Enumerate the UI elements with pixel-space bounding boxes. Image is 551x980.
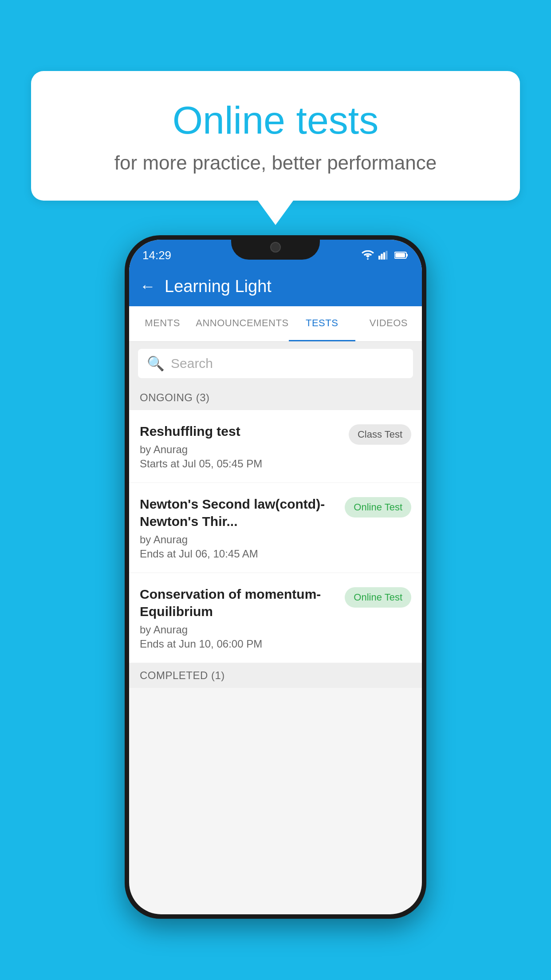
test-name-2: Newton's Second law(contd)-Newton's Thir… (140, 495, 338, 530)
tabs-container: MENTS ANNOUNCEMENTS TESTS VIDEOS (129, 306, 422, 342)
svg-rect-6 (395, 253, 405, 257)
test-info-2: Newton's Second law(contd)-Newton's Thir… (140, 495, 338, 560)
back-button[interactable]: ← (140, 277, 156, 296)
front-camera (270, 242, 281, 253)
phone-frame: 14:29 (125, 235, 426, 919)
test-badge-2: Online Test (345, 497, 411, 518)
test-info-3: Conservation of momentum-Equilibrium by … (140, 585, 338, 650)
completed-section-header: COMPLETED (1) (129, 663, 422, 688)
test-by-2: by Anurag (140, 533, 338, 546)
search-container: 🔍 Search (129, 342, 422, 385)
test-list: Reshuffling test by Anurag Starts at Jul… (129, 410, 422, 663)
test-time-2: Ends at Jul 06, 10:45 AM (140, 548, 338, 560)
phone-notch (231, 235, 320, 260)
svg-rect-0 (378, 256, 380, 260)
speech-bubble-section: Online tests for more practice, better p… (31, 71, 520, 225)
wifi-icon (362, 250, 374, 260)
tab-announcements[interactable]: ANNOUNCEMENTS (196, 306, 288, 341)
test-time-1: Starts at Jul 05, 05:45 PM (140, 458, 342, 470)
test-by-3: by Anurag (140, 624, 338, 636)
test-name-3: Conservation of momentum-Equilibrium (140, 585, 338, 620)
search-icon: 🔍 (147, 355, 165, 372)
svg-rect-1 (381, 254, 382, 260)
test-item-3[interactable]: Conservation of momentum-Equilibrium by … (129, 573, 422, 663)
speech-bubble-title: Online tests (67, 98, 484, 143)
test-name-1: Reshuffling test (140, 423, 342, 440)
phone-wrapper: 14:29 (125, 235, 426, 919)
test-info-1: Reshuffling test by Anurag Starts at Jul… (140, 423, 342, 470)
svg-rect-5 (406, 254, 408, 257)
phone-screen: 14:29 (129, 240, 422, 914)
test-time-3: Ends at Jun 10, 06:00 PM (140, 638, 338, 650)
test-badge-3: Online Test (345, 587, 411, 608)
search-bar[interactable]: 🔍 Search (138, 349, 413, 378)
app-bar-title: Learning Light (165, 277, 272, 296)
test-item-2[interactable]: Newton's Second law(contd)-Newton's Thir… (129, 483, 422, 573)
svg-rect-3 (386, 251, 387, 260)
search-input[interactable]: Search (171, 356, 213, 371)
ongoing-section-header: ONGOING (3) (129, 385, 422, 410)
app-bar: ← Learning Light (129, 266, 422, 306)
tab-videos[interactable]: VIDEOS (355, 306, 422, 341)
test-badge-1: Class Test (349, 424, 411, 445)
speech-bubble-tail (258, 201, 293, 225)
tab-ments[interactable]: MENTS (129, 306, 196, 341)
speech-bubble-subtitle: for more practice, better performance (67, 152, 484, 174)
svg-rect-2 (383, 253, 385, 260)
speech-bubble: Online tests for more practice, better p… (31, 71, 520, 201)
tab-tests[interactable]: TESTS (289, 306, 355, 341)
test-item-1[interactable]: Reshuffling test by Anurag Starts at Jul… (129, 410, 422, 483)
status-time: 14:29 (142, 249, 171, 262)
signal-icon (378, 250, 390, 260)
test-by-1: by Anurag (140, 443, 342, 456)
battery-icon (394, 251, 409, 259)
status-icons (362, 250, 409, 260)
